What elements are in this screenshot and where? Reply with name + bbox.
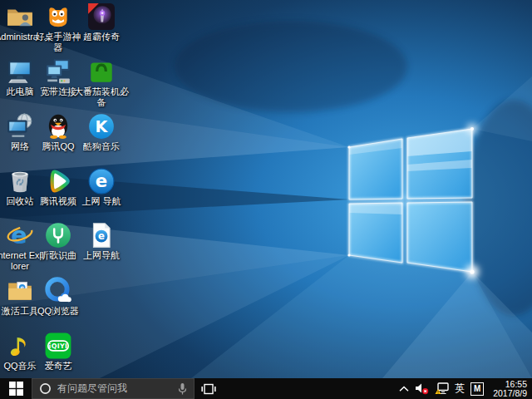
tomato-bag-icon [87, 57, 116, 86]
desktop-icon-kugou-music[interactable]: K 酷狗音乐 [73, 112, 130, 152]
network-warning-icon[interactable] [435, 382, 449, 395]
taskbar: 有问题尽管问我 [0, 378, 532, 399]
svg-text:e: e [98, 230, 105, 242]
this-pc-icon [6, 57, 34, 86]
icon-label: 大番茄装机必备 [73, 86, 130, 108]
icon-label: 上网 导航 [73, 196, 130, 207]
ime-mode-indicator[interactable]: M [470, 382, 484, 396]
windows-desktop: Administra... 好桌手游神器 [0, 0, 532, 399]
taskbar-empty-area [223, 378, 399, 399]
broadband-connection-icon [44, 57, 72, 86]
legend-game-icon [87, 2, 116, 31]
desktop-icon-web-nav-doc[interactable]: e 上网导航 [73, 221, 130, 261]
volume-muted-icon[interactable] [415, 382, 429, 395]
taskbar-search-box[interactable]: 有问题尽管问我 [32, 378, 195, 399]
desktop-icon-web-nav[interactable]: e 上网 导航 [73, 167, 130, 207]
network-icon [6, 112, 34, 140]
icon-label: QQ浏览器 [33, 306, 83, 317]
clock-date: 2017/8/9 [493, 389, 527, 398]
icon-label: 超霸传奇 [73, 32, 130, 42]
icon-label: 酷狗音乐 [73, 141, 130, 152]
desktop-icon-iqiyi[interactable]: iQIYI 爱奇艺 [33, 332, 83, 372]
task-view-button[interactable] [195, 378, 223, 399]
qq-browser-icon [44, 277, 72, 305]
qq-penguin-icon [44, 112, 72, 140]
recycle-bin-icon [6, 167, 34, 195]
svg-text:K: K [96, 117, 109, 136]
iqiyi-icon: iQIYI [44, 332, 72, 360]
desktop-icon-qq-browser[interactable]: QQ浏览器 [33, 277, 83, 317]
system-tray: 英 M 16:55 2017/8/9 [399, 378, 532, 399]
ime-language-indicator[interactable]: 英 [455, 382, 465, 396]
windows-logo-icon [9, 382, 23, 396]
song-recognition-icon [44, 221, 72, 249]
qq-music-icon [6, 332, 34, 360]
svg-text:iQIYI: iQIYI [49, 342, 68, 350]
web-navigation-e-icon: e [87, 167, 116, 195]
task-view-icon [201, 383, 216, 395]
cortana-icon [39, 382, 52, 395]
desktop-icon-tomato-pack[interactable]: 大番茄装机必备 [73, 57, 130, 108]
internet-explorer-icon: e [6, 221, 34, 249]
web-navigation-doc-icon: e [87, 221, 116, 249]
search-placeholder: 有问题尽管问我 [57, 382, 172, 396]
activation-tools-folder-icon: e [6, 277, 34, 305]
microphone-icon[interactable] [178, 382, 187, 396]
svg-text:e: e [96, 170, 107, 191]
monster-game-icon [44, 2, 72, 31]
clock-time: 16:55 [493, 380, 527, 389]
user-folder-icon [6, 2, 34, 31]
show-hidden-icons-chevron[interactable] [399, 386, 409, 392]
start-button[interactable] [0, 378, 32, 399]
icon-label: 爱奇艺 [33, 361, 83, 372]
icon-label: 上网导航 [73, 250, 130, 261]
tencent-video-icon [44, 167, 72, 195]
svg-text:e: e [11, 221, 27, 249]
desktop-icon-legend-game[interactable]: 超霸传奇 [73, 2, 130, 42]
kugou-music-icon: K [87, 112, 116, 140]
taskbar-clock[interactable]: 16:55 2017/8/9 [490, 380, 527, 398]
